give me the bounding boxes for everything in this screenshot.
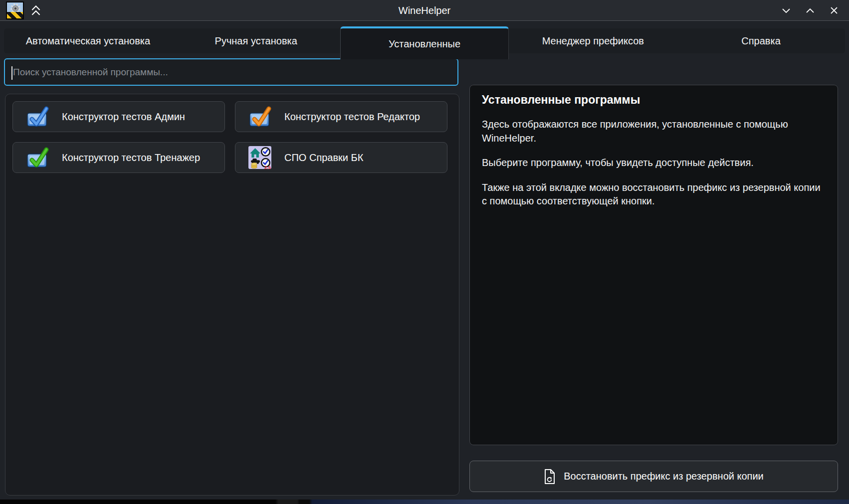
checkbox-green-check-icon [26,146,49,169]
program-button-konstruktor-redaktor[interactable]: Конструктор тестов Редактор [235,101,447,132]
tab-prefix-manager[interactable]: Менеджер префиксов [509,28,677,53]
program-label: СПО Справки БК [284,152,363,164]
window-controls [779,3,841,17]
restore-prefix-button[interactable]: Восстановить префикс из резервной копии [469,461,838,492]
chevron-up-icon [804,4,817,17]
tab-help[interactable]: Справка [677,28,845,53]
minimize-button[interactable] [779,3,793,17]
program-button-konstruktor-admin[interactable]: Конструктор тестов Админ [12,101,225,132]
info-paragraph: Выберите программу, чтобы увидеть доступ… [482,156,826,170]
installed-programs-panel: Конструктор тестов Админ Конструктор тес… [5,94,459,496]
spo-spravki-bk-icon: 2.5 [248,146,271,169]
desktop-strip [0,500,849,504]
checkbox-blue-check-icon [26,105,49,128]
info-paragraph: Также на этой вкладке можно восстановить… [482,181,826,208]
text-caret [11,66,12,80]
chevron-down-icon [780,4,793,17]
tab-installed[interactable]: Установленные [340,26,509,59]
winehelper-window: WineHelper Автоматическая установка [0,0,849,504]
program-button-konstruktor-trenazher[interactable]: Конструктор тестов Тренажер [12,142,225,173]
info-panel-title: Установленные программы [482,93,826,107]
svg-text:2.5: 2.5 [264,165,271,169]
titlebar[interactable]: WineHelper [0,0,849,21]
search-input[interactable] [5,59,457,85]
window-title: WineHelper [0,0,849,21]
maximize-button[interactable] [803,3,817,17]
program-label: Конструктор тестов Админ [62,111,185,123]
tab-bar: Автоматическая установка Ручная установк… [4,28,845,53]
checkbox-orange-check-icon [248,105,271,128]
close-button[interactable] [827,3,841,17]
program-label: Конструктор тестов Тренажер [62,152,200,164]
close-x-icon [828,4,841,17]
program-label: Конструктор тестов Редактор [284,111,420,123]
info-paragraph: Здесь отображаются все приложения, устан… [482,118,826,145]
tab-manual-install[interactable]: Ручная установка [172,28,340,53]
restore-prefix-label: Восстановить префикс из резервной копии [564,471,764,482]
info-panel: Установленные программы Здесь отображают… [469,85,838,445]
tab-auto-install[interactable]: Автоматическая установка [4,28,172,53]
program-button-spo-spravki-bk[interactable]: 2.5 СПО Справки БК [235,142,447,173]
search-field-wrapper [4,58,458,86]
document-restore-icon [544,469,556,484]
